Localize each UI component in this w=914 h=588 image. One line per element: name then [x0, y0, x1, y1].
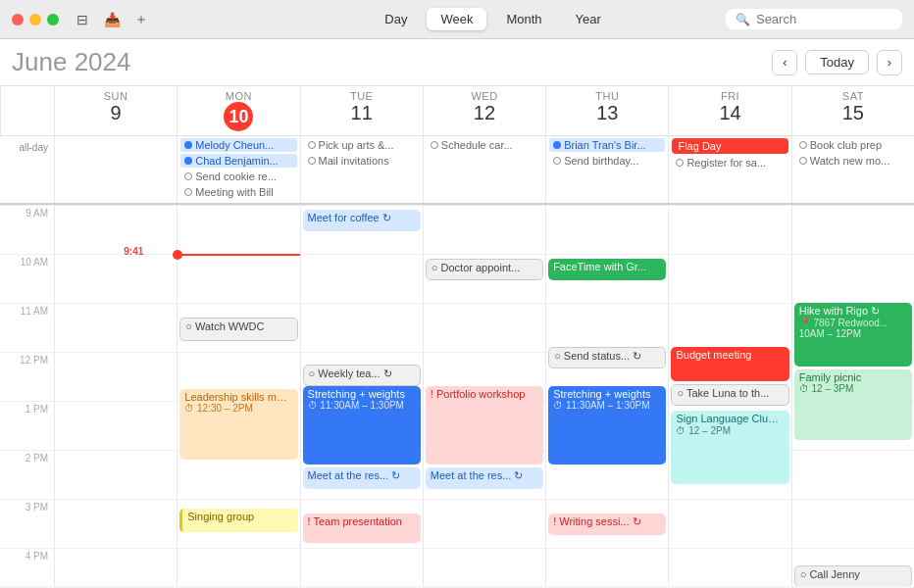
calendar-header: June 2024 ‹ Today › [0, 39, 914, 86]
allday-event[interactable]: Schedule car... [427, 138, 542, 152]
day-header-fri: FRI 14 [668, 86, 790, 135]
tab-month[interactable]: Month [492, 8, 555, 30]
day-header-mon: MON 10 [177, 86, 299, 135]
month-label: June [12, 47, 67, 76]
day-col-fri: Budget meeting ○ Take Luna to th... Sign… [668, 205, 790, 586]
calendar-event[interactable]: ! Writing sessi... ↻ [548, 514, 666, 535]
calendar-event[interactable]: Singing group [179, 509, 297, 532]
day-col-mon: 9:41 ○ Watch WWDC Leadership skills meet… [177, 205, 299, 586]
year-label: 2024 [75, 47, 131, 76]
traffic-lights [12, 14, 59, 25]
calendar-event[interactable]: Budget meeting [671, 347, 788, 381]
allday-event[interactable]: Send birthday... [549, 154, 665, 168]
titlebar: ⊟ 📥 ＋ Day Week Month Year 🔍 [0, 0, 914, 39]
day-col-tue: Meet for coffee ↻ ○ Weekly tea... ↻ Stre… [300, 205, 423, 586]
time-3pm: 3 PM [0, 499, 54, 548]
sidebar-toggle-icon[interactable]: ⊟ [75, 12, 90, 27]
day-header-wed: WED 12 [423, 86, 545, 135]
fullscreen-button[interactable] [47, 14, 59, 25]
calendar-event[interactable]: Hike with Rigo ↻ 📍 7867 Redwood... 10AM … [794, 303, 912, 367]
time-11am: 11 AM [0, 303, 54, 352]
day-col-wed: ○ Doctor appoint... ! Portfolio workshop… [423, 205, 545, 586]
calendar-event[interactable]: Meet at the res... ↻ [303, 467, 421, 489]
calendar-event[interactable]: Sign Language Club ↻ ⏱ 12 – 2PM [671, 411, 788, 484]
allday-thu: Brian Tran's Bir... Send birthday... [545, 136, 668, 203]
allday-label: all-day [0, 136, 54, 203]
allday-sun [54, 136, 177, 203]
calendar-event[interactable]: ! Team presentation [303, 514, 421, 543]
time-grid: 9 AM 10 AM 11 AM 12 PM 1 PM 2 PM 3 PM 4 … [0, 205, 914, 586]
allday-event[interactable]: Mail invitations [304, 154, 420, 168]
time-column: 9 AM 10 AM 11 AM 12 PM 1 PM 2 PM 3 PM 4 … [0, 205, 54, 586]
allday-wed: Schedule car... [423, 136, 545, 203]
day-headers: SUN 9 MON 10 TUE 11 WED 12 THU 13 FRI 14… [0, 86, 914, 136]
calendar-event[interactable]: FaceTime with Gr... [548, 259, 666, 280]
time-grid-wrapper: 9 AM 10 AM 11 AM 12 PM 1 PM 2 PM 3 PM 4 … [0, 205, 914, 586]
day-header-thu: THU 13 [545, 86, 668, 135]
tab-year[interactable]: Year [562, 8, 615, 30]
calendar-event[interactable]: Stretching + weights ⏱ 11:30AM – 1:30PM [303, 386, 421, 465]
calendar-event[interactable]: Family picnic ⏱ 12 – 3PM [794, 369, 912, 440]
next-button[interactable]: › [877, 50, 902, 75]
time-header-empty [0, 86, 54, 135]
time-4pm: 4 PM [0, 548, 54, 586]
tab-day[interactable]: Day [371, 8, 421, 30]
allday-fri: Flag Day Register for sa... [668, 136, 790, 203]
day-header-sat: SAT 15 [791, 86, 914, 135]
calendar-event[interactable]: ○ Doctor appoint... [426, 259, 543, 280]
day-header-tue: TUE 11 [300, 86, 423, 135]
close-button[interactable] [12, 14, 24, 25]
time-2pm: 2 PM [0, 450, 54, 499]
allday-event[interactable]: Meeting with Bill [180, 185, 296, 199]
calendar-event[interactable]: Leadership skills meeting ⏱ 12:30 – 2PM [179, 389, 297, 460]
allday-mon: Melody Cheun... Chad Benjamin... Send co… [177, 136, 299, 203]
nav-arrows: ‹ Today › [772, 50, 902, 75]
calendar-title: June 2024 [12, 47, 130, 77]
allday-event[interactable]: Pick up arts &... [304, 138, 420, 152]
search-input[interactable] [756, 12, 893, 26]
allday-row: all-day Melody Cheun... Chad Benjamin...… [0, 136, 914, 205]
allday-event[interactable]: Send cookie re... [180, 170, 296, 183]
calendar-event[interactable]: ○ Take Luna to th... [671, 384, 788, 406]
view-tabs: Day Week Month Year [371, 8, 615, 30]
day-col-thu: FaceTime with Gr... ○ Send status... ↻ S… [545, 205, 668, 586]
time-10am: 10 AM [0, 254, 54, 303]
time-12pm: 12 PM [0, 352, 54, 401]
time-indicator-line [178, 254, 299, 256]
allday-event[interactable]: Melody Cheun... [180, 138, 296, 152]
day-col-sat: Hike with Rigo ↻ 📍 7867 Redwood... 10AM … [791, 205, 914, 586]
prev-button[interactable]: ‹ [772, 50, 797, 75]
today-button[interactable]: Today [805, 50, 869, 74]
allday-event[interactable]: Register for sa... [672, 156, 787, 170]
time-badge: 9:41 [124, 246, 143, 257]
minimize-button[interactable] [29, 14, 41, 25]
calendar-event[interactable]: ! Portfolio workshop [426, 386, 543, 465]
search-icon: 🔍 [736, 13, 750, 26]
time-1pm: 1 PM [0, 401, 54, 450]
titlebar-icons: ⊟ 📥 ＋ [75, 12, 149, 27]
add-event-icon[interactable]: ＋ [133, 12, 149, 27]
search-box[interactable]: 🔍 [726, 9, 902, 29]
allday-event[interactable]: Watch new mo... [795, 154, 911, 168]
day-col-sun [54, 205, 177, 586]
time-9am: 9 AM [0, 205, 54, 254]
tab-week[interactable]: Week [427, 8, 486, 30]
allday-event[interactable]: Book club prep [795, 138, 911, 152]
calendar-event[interactable]: Meet for coffee ↻ [303, 210, 421, 231]
allday-event[interactable]: Chad Benjamin... [180, 154, 296, 168]
allday-event[interactable]: Flag Day [672, 138, 787, 154]
day-header-sun: SUN 9 [54, 86, 177, 135]
calendar-event[interactable]: ○ Send status... ↻ [548, 347, 666, 368]
allday-tue: Pick up arts &... Mail invitations [300, 136, 423, 203]
allday-sat: Book club prep Watch new mo... [791, 136, 914, 203]
calendar-event[interactable]: ○ Watch WWDC [179, 318, 297, 341]
allday-event[interactable]: Brian Tran's Bir... [549, 138, 665, 152]
calendar-event[interactable]: ○ Weekly tea... ↻ [303, 365, 421, 386]
calendar-grid: SUN 9 MON 10 TUE 11 WED 12 THU 13 FRI 14… [0, 86, 914, 586]
calendar-event[interactable]: ○ Call Jenny [794, 565, 912, 586]
inbox-icon[interactable]: 📥 [104, 12, 120, 27]
calendar-event[interactable]: Meet at the res... ↻ [426, 467, 543, 489]
calendar-event[interactable]: Stretching + weights ⏱ 11:30AM – 1:30PM [548, 386, 666, 465]
